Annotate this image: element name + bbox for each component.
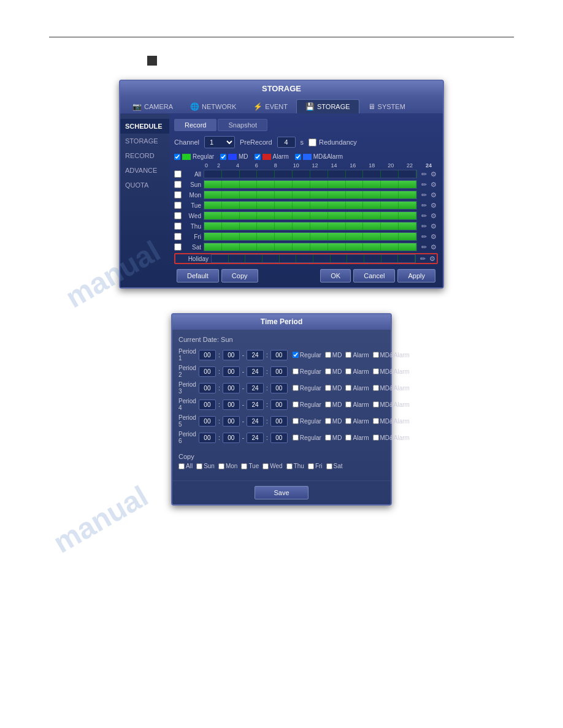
- redundancy-checkbox[interactable]: [308, 138, 316, 146]
- period5-start-m[interactable]: [223, 416, 240, 427]
- fri-day-checkbox[interactable]: [174, 233, 182, 240]
- period4-start-h[interactable]: [199, 400, 216, 410]
- p6-md-alarm-checkbox[interactable]: [373, 434, 379, 441]
- p4-md-checkbox[interactable]: [325, 401, 331, 408]
- wed-day-checkbox[interactable]: [174, 212, 182, 219]
- record-tab-record[interactable]: Record: [174, 119, 216, 131]
- period4-end-h[interactable]: [247, 400, 264, 410]
- all-pencil-icon[interactable]: ✏: [419, 170, 428, 178]
- save-button[interactable]: Save: [255, 486, 308, 499]
- period4-start-m[interactable]: [223, 400, 240, 410]
- period3-start-m[interactable]: [223, 383, 240, 393]
- p1-md-alarm-checkbox[interactable]: [373, 352, 379, 358]
- tue-pencil-icon[interactable]: ✏: [419, 201, 428, 210]
- p6-alarm-checkbox[interactable]: [345, 434, 351, 441]
- p1-regular-checkbox[interactable]: [293, 352, 299, 358]
- mon-day-checkbox[interactable]: [174, 191, 182, 199]
- sun-gear-icon[interactable]: ⚙: [429, 180, 438, 189]
- period1-end-m[interactable]: [270, 350, 288, 360]
- tab-camera[interactable]: 📷 CAMERA: [124, 99, 182, 113]
- sun-pencil-icon[interactable]: ✏: [419, 180, 428, 189]
- period2-end-m[interactable]: [270, 366, 288, 377]
- record-tab-snapshot[interactable]: Snapshot: [218, 119, 267, 131]
- period6-end-h[interactable]: [247, 433, 264, 443]
- legend-md-alarm-checkbox[interactable]: [295, 154, 301, 160]
- legend-regular-checkbox[interactable]: [174, 154, 180, 160]
- legend-md-checkbox[interactable]: [220, 154, 226, 160]
- tue-gear-icon[interactable]: ⚙: [429, 201, 438, 210]
- period5-end-m[interactable]: [270, 416, 288, 427]
- ok-button[interactable]: OK: [320, 269, 351, 282]
- p5-md-alarm-checkbox[interactable]: [373, 418, 379, 424]
- p1-md-checkbox[interactable]: [325, 352, 331, 358]
- thu-pencil-icon[interactable]: ✏: [419, 222, 428, 230]
- channel-select[interactable]: 1: [204, 136, 235, 148]
- p3-regular-checkbox[interactable]: [293, 385, 299, 391]
- period3-start-h[interactable]: [199, 383, 216, 393]
- mon-time-bar[interactable]: [204, 191, 417, 199]
- copy-thu-checkbox[interactable]: [286, 463, 293, 469]
- sidebar-item-storage[interactable]: STORAGE: [120, 134, 169, 148]
- fri-gear-icon[interactable]: ⚙: [429, 232, 438, 241]
- p2-md-checkbox[interactable]: [325, 368, 331, 374]
- p3-md-checkbox[interactable]: [325, 385, 331, 391]
- sat-gear-icon[interactable]: ⚙: [429, 243, 438, 251]
- period3-end-m[interactable]: [270, 383, 288, 393]
- copy-wed-checkbox[interactable]: [262, 463, 269, 469]
- period1-start-h[interactable]: [199, 350, 216, 360]
- p2-alarm-checkbox[interactable]: [345, 368, 351, 374]
- tue-day-checkbox[interactable]: [174, 202, 182, 209]
- period2-start-m[interactable]: [223, 366, 240, 377]
- copy-sat-checkbox[interactable]: [326, 463, 332, 469]
- prerecord-input[interactable]: [277, 137, 296, 148]
- wed-gear-icon[interactable]: ⚙: [429, 211, 438, 220]
- period6-start-h[interactable]: [199, 433, 216, 443]
- period2-start-h[interactable]: [199, 366, 216, 377]
- copy-mon-checkbox[interactable]: [218, 463, 224, 469]
- all-time-bar[interactable]: [204, 170, 417, 178]
- fri-time-bar[interactable]: [204, 232, 417, 241]
- copy-sun-checkbox[interactable]: [196, 463, 202, 469]
- thu-day-checkbox[interactable]: [174, 222, 182, 230]
- period3-end-h[interactable]: [247, 383, 264, 393]
- all-day-checkbox[interactable]: [174, 170, 182, 178]
- thu-time-bar[interactable]: [204, 222, 417, 230]
- p6-md-checkbox[interactable]: [325, 434, 331, 441]
- apply-button[interactable]: Apply: [397, 269, 435, 282]
- holiday-time-bar[interactable]: [211, 254, 416, 263]
- sun-time-bar[interactable]: [204, 180, 417, 189]
- p5-md-checkbox[interactable]: [325, 418, 331, 424]
- sat-time-bar[interactable]: [204, 243, 417, 251]
- sidebar-item-schedule[interactable]: SCHEDULE: [120, 119, 169, 134]
- copy-tue-checkbox[interactable]: [241, 463, 247, 469]
- copy-button[interactable]: Copy: [221, 269, 258, 282]
- p5-regular-checkbox[interactable]: [293, 418, 299, 424]
- copy-all-checkbox[interactable]: [178, 463, 185, 469]
- tab-system[interactable]: 🖥 SYSTEM: [359, 99, 414, 113]
- period5-start-h[interactable]: [199, 416, 216, 427]
- p4-md-alarm-checkbox[interactable]: [373, 401, 379, 408]
- period4-end-m[interactable]: [270, 400, 288, 410]
- period5-end-h[interactable]: [247, 416, 264, 427]
- fri-pencil-icon[interactable]: ✏: [419, 232, 428, 241]
- p2-md-alarm-checkbox[interactable]: [373, 368, 379, 374]
- p4-regular-checkbox[interactable]: [293, 401, 299, 408]
- sidebar-item-quota[interactable]: QUOTA: [120, 178, 169, 192]
- sat-day-checkbox[interactable]: [174, 243, 182, 251]
- wed-time-bar[interactable]: [204, 211, 417, 220]
- sun-day-checkbox[interactable]: [174, 181, 182, 188]
- p6-regular-checkbox[interactable]: [293, 434, 299, 441]
- all-gear-icon[interactable]: ⚙: [429, 170, 438, 178]
- default-button[interactable]: Default: [177, 269, 219, 282]
- p2-regular-checkbox[interactable]: [293, 368, 299, 374]
- sidebar-item-advance[interactable]: ADVANCE: [120, 163, 169, 178]
- tab-storage[interactable]: 💾 STORAGE: [296, 99, 359, 113]
- wed-pencil-icon[interactable]: ✏: [419, 211, 428, 220]
- copy-fri-checkbox[interactable]: [308, 463, 314, 469]
- mon-pencil-icon[interactable]: ✏: [419, 191, 428, 199]
- period6-start-m[interactable]: [223, 433, 240, 443]
- p5-alarm-checkbox[interactable]: [345, 418, 351, 424]
- period2-end-h[interactable]: [247, 366, 264, 377]
- thu-gear-icon[interactable]: ⚙: [429, 222, 438, 230]
- tue-time-bar[interactable]: [204, 201, 417, 210]
